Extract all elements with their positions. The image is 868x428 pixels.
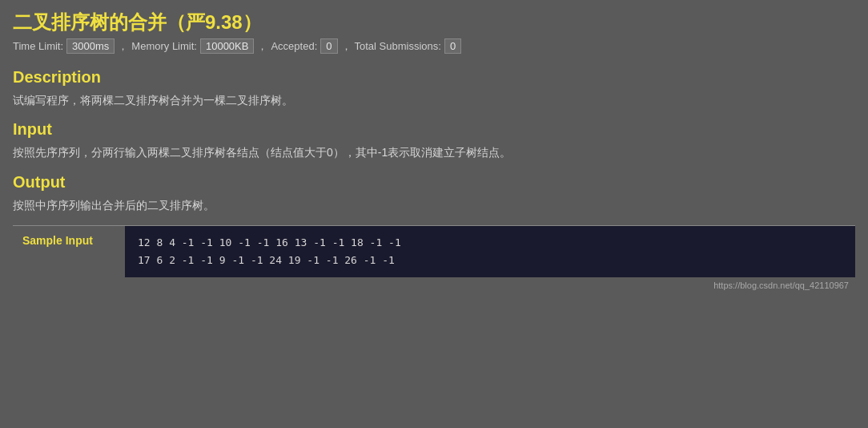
sample-table: Sample Input 12 8 4 -1 -1 10 -1 -1 16 13…: [13, 226, 855, 277]
time-limit-value: 3000ms: [66, 38, 115, 54]
accepted-value: 0: [320, 38, 337, 54]
meta-separator-2: ，: [257, 39, 267, 54]
sample-line-1: 12 8 4 -1 -1 10 -1 -1 16 13 -1 -1 18 -1 …: [138, 234, 842, 252]
input-content: 按照先序序列，分两行输入两棵二叉排序树各结点（结点值大于0），其中-1表示取消建…: [13, 143, 855, 161]
input-title: Input: [13, 120, 855, 139]
sample-label: Sample Input: [13, 226, 125, 277]
description-title: Description: [13, 68, 855, 87]
submissions-value: 0: [444, 38, 461, 54]
page-title: 二叉排序树的合并（严9.38）: [13, 10, 855, 35]
meta-bar: Time Limit: 3000ms ， Memory Limit: 10000…: [13, 38, 855, 54]
output-title: Output: [13, 173, 855, 192]
watermark: https://blog.csdn.net/qq_42110967: [13, 277, 855, 292]
meta-separator-3: ，: [341, 39, 352, 54]
accepted-label: Accepted:: [271, 40, 317, 52]
meta-separator-1: ，: [118, 39, 128, 54]
memory-limit-label: Memory Limit:: [131, 40, 197, 52]
sample-section: Sample Input 12 8 4 -1 -1 10 -1 -1 16 13…: [13, 226, 855, 292]
description-content: 试编写程序，将两棵二叉排序树合并为一棵二叉排序树。: [13, 91, 855, 109]
submissions-label: Total Submissions:: [355, 40, 441, 52]
sample-row: Sample Input 12 8 4 -1 -1 10 -1 -1 16 13…: [13, 226, 855, 277]
output-content: 按照中序序列输出合并后的二叉排序树。: [13, 196, 855, 214]
memory-limit-value: 10000KB: [200, 38, 255, 54]
time-limit-label: Time Limit:: [13, 40, 63, 52]
sample-data: 12 8 4 -1 -1 10 -1 -1 16 13 -1 -1 18 -1 …: [125, 226, 855, 277]
sample-line-2: 17 6 2 -1 -1 9 -1 -1 24 19 -1 -1 26 -1 -…: [138, 252, 842, 269]
